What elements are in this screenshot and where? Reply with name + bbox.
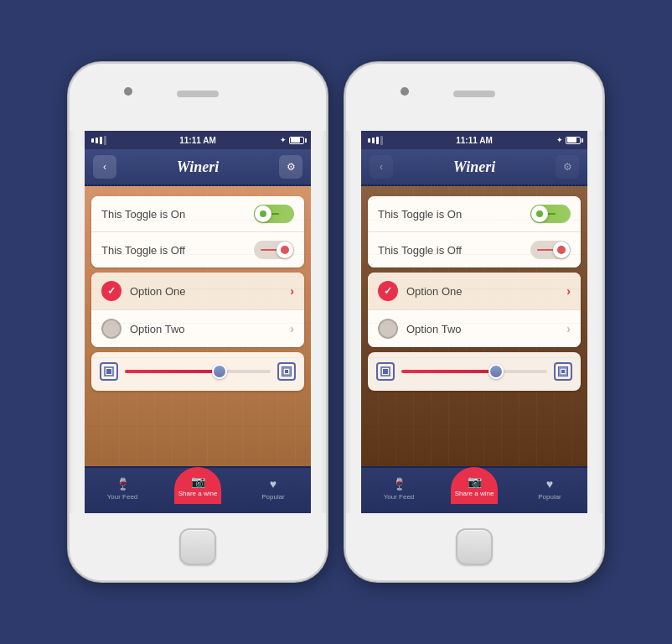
option-one-chevron: › [290,284,294,298]
slider-max-icon [277,362,296,381]
toggle-on-control-2[interactable] [530,205,571,223]
share-icon-2: 📷 [468,475,482,488]
battery-indicator [289,137,304,144]
home-button-2[interactable] [456,528,493,565]
phone-2: 11:11 AM ✦ ‹ Wineri ⚙ This Toggle [344,62,604,582]
feed-label: Your Feed [107,493,138,501]
back-icon-2: ‹ [380,161,383,173]
toggle-off-label-2: This Toggle is Off [378,244,462,257]
share-label: Share a wine [178,490,218,497]
toggle-off-control-2[interactable] [530,241,571,259]
toggle-on-label: This Toggle is On [101,208,185,221]
back-button[interactable]: ‹ [93,155,116,179]
tab-bar: 🍷 Your Feed 📷 Share a wine ♥ Popular [85,466,311,513]
battery-fill [291,138,300,143]
content-area-2: This Toggle is On This Toggle is Off [361,186,587,466]
status-time-2: 11:11 AM [456,136,493,145]
battery-fill-2 [567,138,576,143]
slider-card-2 [368,352,581,391]
tab-bar-2: 🍷 Your Feed 📷 Share a wine ♥ Popular [361,466,587,513]
home-button[interactable] [179,528,216,565]
option-one-label: Option One [130,285,186,298]
toggle-off-row-2: This Toggle is Off [368,231,581,267]
tab-popular[interactable]: ♥ Popular [235,477,311,504]
signal-strength-2 [368,136,383,145]
svg-rect-6 [383,369,388,374]
option-one-chevron-2: › [566,284,571,298]
phone-top [70,64,326,131]
back-icon: ‹ [103,161,106,173]
toggle-on-knob [255,205,271,222]
tab-share-2[interactable]: 📷 Share a wine [437,474,512,507]
nav-bar-2: ‹ Wineri ⚙ [361,149,587,186]
option-one-radio: ✓ [101,281,121,301]
slider-min-icon [100,362,118,381]
volume-up-button[interactable] [68,173,70,215]
settings-button-2[interactable]: ⚙ [556,155,579,179]
option-one-label-2: Option One [406,285,463,298]
toggle-on-knob-2 [531,205,548,222]
bluetooth-icon: ✦ [280,136,287,144]
speaker [177,91,219,97]
toggle-card: This Toggle is On This Toggle is Off [91,196,304,267]
status-time: 11:11 AM [179,136,216,145]
volume-down-button-2[interactable] [344,223,346,265]
check-icon: ✓ [107,285,116,297]
option-two-label-2: Option Two [406,323,462,335]
svg-rect-9 [561,370,565,373]
status-right-2: ✦ [556,136,581,144]
option-two-left: Option Two [101,319,185,339]
popular-icon: ♥ [270,477,277,491]
signal-bar-3 [100,137,102,144]
content-area: This Toggle is On This Toggle is Off [85,186,311,466]
toggle-on-row-2: This Toggle is On [368,196,581,231]
toggle-on-label-2: This Toggle is On [378,208,462,221]
phone-bottom-2 [346,513,602,580]
volume-down-button[interactable] [68,223,70,265]
mute-button[interactable] [68,139,70,164]
camera-2 [401,87,409,96]
power-button-2[interactable] [602,148,604,190]
signal-bar-1 [91,138,94,143]
popular-label-2: Popular [538,493,561,501]
status-bar-2: 11:11 AM ✦ [361,131,587,149]
signal-bar-4 [104,136,106,145]
option-two-row-2[interactable]: Option Two › [368,309,581,347]
popular-label: Popular [261,493,285,501]
toggle-card-2: This Toggle is On This Toggle is Off [368,196,581,267]
tab-feed-2[interactable]: 🍷 Your Feed [361,477,437,504]
toggle-on-control[interactable] [254,205,294,223]
slider-card [91,352,304,391]
option-two-row[interactable]: Option Two › [91,309,304,347]
signal-strength [91,136,106,145]
tab-share[interactable]: 📷 Share a wine [160,474,235,507]
signal-bar-2 [96,138,98,143]
power-button[interactable] [326,148,328,190]
phone-screen: 11:11 AM ✦ ‹ Wineri ⚙ This Toggle [85,131,311,513]
slider-min-icon-2 [376,362,395,381]
check-icon-2: ✓ [384,285,392,297]
option-one-row-2[interactable]: ✓ Option One › [368,273,581,309]
settings-button[interactable]: ⚙ [279,155,302,179]
signal-bar-4b [380,136,383,145]
volume-up-button-2[interactable] [344,173,346,215]
signal-bar-2b [372,138,375,143]
app-title-2: Wineri [453,158,495,176]
toggle-off-row: This Toggle is Off [91,231,304,267]
nav-bar: ‹ Wineri ⚙ [85,149,311,186]
slider-thumb-2[interactable] [488,364,504,379]
mute-button-2[interactable] [344,139,346,164]
option-two-radio [101,319,121,339]
option-two-chevron-2: › [566,322,571,335]
tab-popular-2[interactable]: ♥ Popular [512,477,587,504]
toggle-on-row: This Toggle is On [91,196,304,231]
option-one-row[interactable]: ✓ Option One › [91,273,304,309]
slider-track [125,370,271,373]
options-card-2: ✓ Option One › Option Two › [368,273,581,347]
tab-feed[interactable]: 🍷 Your Feed [85,477,160,504]
slider-thumb[interactable] [212,364,227,379]
toggle-off-control[interactable] [254,241,294,259]
phone-screen-2: 11:11 AM ✦ ‹ Wineri ⚙ This Toggle [361,131,587,513]
back-button-2[interactable]: ‹ [370,155,393,179]
speaker-2 [453,91,495,97]
